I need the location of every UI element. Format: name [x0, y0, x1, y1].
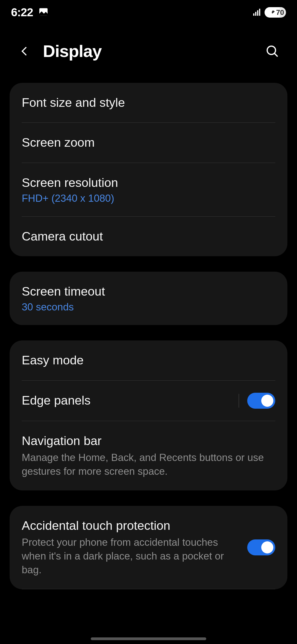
battery-text: 70 [276, 8, 284, 17]
row-title: Easy mode [22, 353, 275, 368]
home-indicator[interactable] [91, 637, 206, 640]
svg-rect-3 [257, 10, 258, 16]
back-button[interactable] [16, 43, 33, 59]
picture-icon [38, 6, 49, 18]
chevron-left-icon [19, 45, 31, 57]
svg-point-5 [267, 46, 276, 54]
row-subtitle: 30 seconds [22, 301, 275, 313]
battery-indicator: 70 [265, 7, 286, 18]
svg-rect-4 [259, 9, 260, 16]
row-screen-resolution[interactable]: Screen resolution FHD+ (644 x 297) [10, 163, 287, 216]
row-edge-panels[interactable]: Edge panels [10, 381, 287, 421]
row-navigation-bar[interactable]: Navigation bar Manage the Home, Back, an… [10, 421, 287, 490]
page-title: Display [43, 41, 102, 61]
row-description: Protect your phone from accidental touch… [22, 536, 239, 577]
status-left: 6:22 [11, 6, 49, 19]
row-description: Manage the Home, Back, and Recents butto… [22, 451, 275, 478]
row-title: Font size and style [22, 95, 275, 110]
row-accidental-touch-protection[interactable]: Accidental touch protection Protect your… [10, 506, 287, 589]
row-title: Navigation bar [22, 433, 275, 449]
row-title: Screen timeout [22, 284, 275, 299]
settings-group-3: Easy mode Edge panels Navigation bar Man… [10, 340, 287, 490]
row-screen-timeout[interactable]: Screen timeout 30 seconds [10, 272, 287, 325]
signal-icon [252, 7, 262, 18]
row-subtitle: FHD+ (644 x 297) [22, 193, 275, 204]
settings-group-1: Font size and style Screen zoom Screen r… [10, 83, 287, 256]
row-title: Edge panels [22, 393, 239, 408]
leaf-icon [271, 10, 276, 15]
row-screen-zoom[interactable]: Screen zoom [10, 123, 287, 162]
divider [22, 589, 275, 589]
settings-group-4: Accidental touch protection Protect your… [10, 506, 287, 589]
row-title: Screen zoom [22, 135, 275, 150]
row-title: Camera cutout [22, 229, 275, 244]
svg-line-6 [274, 53, 278, 56]
settings-content: Font size and style Screen zoom Screen r… [0, 83, 297, 589]
status-right: 70 [252, 7, 286, 18]
svg-rect-1 [253, 13, 254, 16]
search-button[interactable] [264, 43, 280, 59]
search-icon [265, 44, 279, 58]
status-bar: 6:22 70 [0, 0, 297, 25]
status-time: 6:22 [11, 6, 33, 19]
page-header: Display [0, 25, 297, 83]
edge-panels-toggle[interactable] [247, 393, 275, 409]
toggle-separator [239, 394, 239, 408]
row-title: Screen resolution [22, 175, 275, 190]
row-title: Accidental touch protection [22, 518, 239, 533]
row-font-size-and-style[interactable]: Font size and style [10, 83, 287, 122]
row-camera-cutout[interactable]: Camera cutout [10, 217, 287, 256]
accidental-touch-toggle[interactable] [247, 539, 275, 555]
row-easy-mode[interactable]: Easy mode [10, 340, 287, 380]
settings-group-2: Screen timeout 30 seconds [10, 272, 287, 325]
svg-rect-2 [255, 12, 256, 16]
